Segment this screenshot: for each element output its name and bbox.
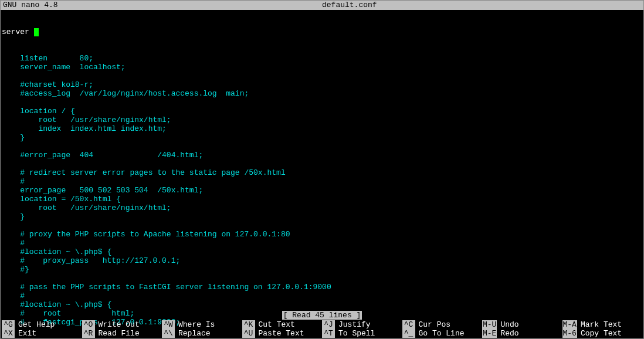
shortcut-key: ^_ — [402, 329, 415, 338]
shortcut-item[interactable]: ^JJustify — [322, 320, 402, 329]
editor-line: root /usr/share/nginx/html; — [2, 204, 642, 212]
editor-line: # — [2, 291, 642, 300]
editor-line: } — [2, 212, 642, 221]
shortcut-item[interactable]: ^WWhere Is — [162, 320, 242, 329]
editor-line — [2, 72, 642, 80]
shortcut-key: M-A — [562, 320, 577, 329]
shortcut-bar: ^GGet Help^OWrite Out^WWhere Is^KCut Tex… — [1, 320, 643, 338]
editor-line: root /usr/share/nginx/html; — [2, 116, 642, 124]
shortcut-key: ^K — [242, 320, 255, 329]
shortcut-label: Undo — [497, 320, 518, 329]
shortcut-label: Cut Text — [255, 320, 295, 329]
shortcut-key: M-E — [482, 329, 497, 338]
shortcut-key: ^\ — [162, 329, 175, 338]
editor-line: # — [2, 239, 642, 248]
shortcut-label: Go To Line — [415, 329, 465, 338]
editor-line: # redirect server error pages to the sta… — [2, 168, 642, 177]
shortcut-label: Cur Pos — [415, 320, 451, 329]
shortcut-item[interactable]: ^TTo Spell — [322, 329, 402, 338]
shortcut-item[interactable]: ^XExit — [2, 329, 82, 338]
shortcut-item[interactable]: ^KCut Text — [242, 320, 323, 329]
shortcut-key: ^O — [82, 320, 95, 329]
editor-line-cursor: server — [2, 28, 642, 36]
editor-line: #location ~ \.php$ { — [2, 248, 642, 256]
editor-line — [2, 142, 642, 151]
editor-line: #location ~ \.php$ { — [2, 300, 642, 309]
editor-line: #access_log /var/log/nginx/host.access.l… — [2, 89, 642, 98]
shortcut-item[interactable]: M-6Copy Text — [562, 329, 643, 338]
editor-line: # proxy the PHP scripts to Apache listen… — [2, 230, 642, 239]
status-bar: [ Read 45 lines ] — [1, 311, 643, 320]
titlebar: GNU nano 4.8 default.conf — [1, 1, 643, 10]
shortcut-item[interactable]: M-UUndo — [482, 320, 562, 329]
status-text: [ Read 45 lines ] — [282, 311, 362, 320]
editor-line: # pass the PHP scripts to FastCGI server… — [2, 283, 642, 291]
shortcut-key: ^U — [242, 329, 255, 338]
editor-line — [2, 221, 642, 230]
editor-line: listen 80; — [2, 54, 642, 63]
shortcut-key: M-U — [482, 320, 497, 329]
shortcut-label: Copy Text — [577, 329, 622, 338]
shortcut-key: ^C — [402, 320, 415, 329]
editor-line: server_name localhost; — [2, 63, 642, 72]
shortcut-item[interactable]: ^RRead File — [82, 329, 162, 338]
editor-line: #charset koi8-r; — [2, 80, 642, 89]
shortcut-item[interactable]: ^GGet Help — [2, 320, 82, 329]
shortcut-key: ^J — [322, 320, 335, 329]
shortcut-label: Mark Text — [577, 320, 622, 329]
shortcut-label: Justify — [335, 320, 371, 329]
app-name: GNU nano 4.8 — [3, 1, 58, 10]
shortcut-label: Write Out — [95, 320, 140, 329]
editor-line: location = /50x.html { — [2, 195, 642, 204]
shortcut-label: Where Is — [175, 320, 215, 329]
shortcut-key: ^X — [2, 329, 15, 338]
shortcut-label: Replace — [175, 329, 211, 338]
editor-line: #} — [2, 265, 642, 274]
shortcut-label: Exit — [15, 329, 36, 338]
editor-line: #error_page 404 /404.html; — [2, 151, 642, 160]
shortcut-label: Redo — [497, 329, 518, 338]
shortcut-key: ^G — [2, 320, 15, 329]
shortcut-item[interactable]: ^UPaste Text — [242, 329, 323, 338]
shortcut-item[interactable]: M-AMark Text — [562, 320, 643, 329]
shortcut-item[interactable]: ^OWrite Out — [82, 320, 162, 329]
shortcut-key: ^T — [322, 329, 335, 338]
editor-line: # — [2, 177, 642, 186]
editor-line — [2, 274, 642, 283]
editor-line: index index.html index.htm; — [2, 124, 642, 133]
shortcut-item[interactable]: ^_Go To Line — [402, 329, 483, 338]
editor-area[interactable]: server listen 80; server_name localhost;… — [1, 10, 643, 335]
editor-line: # proxy_pass http://127.0.0.1; — [2, 256, 642, 265]
editor-line: location / { — [2, 107, 642, 116]
editor-line — [2, 98, 642, 107]
shortcut-label: To Spell — [335, 329, 375, 338]
shortcut-label: Paste Text — [255, 329, 304, 338]
editor-line: } — [2, 133, 642, 142]
filename: default.conf — [58, 1, 641, 10]
shortcut-label: Read File — [95, 329, 140, 338]
shortcut-key: ^W — [162, 320, 175, 329]
shortcut-item[interactable]: ^CCur Pos — [402, 320, 483, 329]
editor-line: error_page 500 502 503 504 /50x.html; — [2, 186, 642, 195]
shortcut-item[interactable]: ^\Replace — [162, 329, 242, 338]
shortcut-label: Get Help — [15, 320, 55, 329]
shortcut-key: ^R — [82, 329, 95, 338]
shortcut-key: M-6 — [562, 329, 577, 338]
cursor — [34, 28, 39, 36]
editor-line — [2, 160, 642, 168]
shortcut-item[interactable]: M-ERedo — [482, 329, 562, 338]
